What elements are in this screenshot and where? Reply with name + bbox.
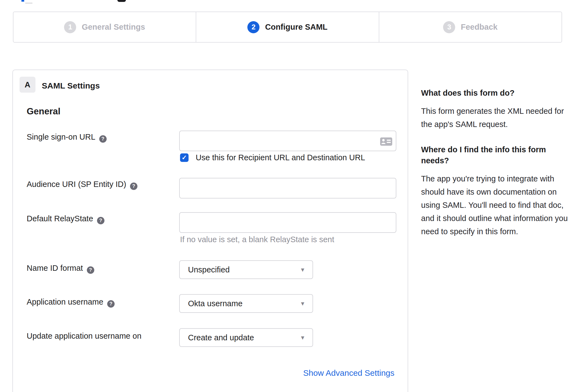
field-label-text: Audience URI (SP Entity ID) — [27, 180, 126, 189]
field-label-text: Default RelayState — [27, 214, 93, 223]
help-icon[interactable]: ? — [97, 217, 104, 224]
step-number-badge: 3 — [443, 21, 455, 33]
chevron-down-icon: ▾ — [301, 300, 304, 307]
default-relaystate-label: Default RelayState? — [27, 214, 104, 224]
group-heading-general: General — [27, 106, 60, 117]
recipient-url-checkbox-label: Use this for Recipient URL and Destinati… — [196, 153, 365, 162]
step-label: Configure SAML — [265, 23, 327, 32]
sidebar-body-what: This form generates the XML needed for t… — [421, 104, 572, 131]
checkmark-icon: ✓ — [182, 154, 187, 161]
application-username-label: Application username? — [27, 297, 115, 308]
contact-card-autofill-icon[interactable] — [380, 137, 392, 146]
audience-uri-input[interactable] — [179, 178, 396, 198]
field-label-text: Name ID format — [27, 264, 83, 272]
section-badge-a: A — [20, 77, 35, 93]
step-general-settings[interactable]: 1 General Settings — [13, 12, 196, 42]
recipient-url-checkbox-row: ✓ Use this for Recipient URL and Destina… — [180, 153, 365, 162]
step-label: General Settings — [82, 23, 145, 32]
section-title: SAML Settings — [42, 81, 100, 90]
sidebar-heading-what: What does this form do? — [421, 87, 572, 98]
help-icon[interactable]: ? — [130, 183, 137, 190]
update-application-username-select[interactable]: Create and update ▾ — [179, 328, 313, 347]
cutoff-tab-underline-fragment — [21, 0, 24, 2]
relaystate-hint: If no value is set, a blank RelayState i… — [180, 235, 334, 244]
field-label-text: Update application username on — [27, 332, 142, 340]
saml-settings-card: A SAML Settings General Single sign-on U… — [12, 70, 408, 392]
help-icon[interactable]: ? — [87, 266, 94, 274]
help-icon[interactable]: ? — [107, 300, 115, 308]
sidebar-body-where: The app you're trying to integrate with … — [421, 172, 572, 238]
select-value: Unspecified — [188, 265, 301, 274]
chevron-down-icon: ▾ — [301, 334, 304, 341]
name-id-format-label: Name ID format? — [27, 264, 94, 274]
default-relaystate-input[interactable] — [179, 212, 396, 233]
application-username-select[interactable]: Okta username ▾ — [179, 294, 313, 313]
step-number-badge: 2 — [247, 21, 259, 33]
step-configure-saml[interactable]: 2 Configure SAML — [196, 12, 378, 42]
single-sign-on-url-input[interactable] — [179, 131, 396, 151]
sidebar-heading-where: Where do I find the info this form needs… — [421, 144, 572, 166]
select-value: Create and update — [188, 333, 301, 342]
update-application-username-label: Update application username on — [27, 332, 142, 341]
wizard-stepper: 1 General Settings 2 Configure SAML 3 Fe… — [13, 12, 562, 43]
help-sidebar: What does this form do? This form genera… — [421, 87, 572, 238]
select-value: Okta username — [188, 299, 301, 308]
chevron-down-icon: ▾ — [301, 266, 304, 274]
single-sign-on-url-label: Single sign-on URL? — [27, 132, 107, 143]
help-icon[interactable]: ? — [99, 135, 107, 143]
step-feedback[interactable]: 3 Feedback — [379, 12, 562, 42]
cutoff-logo-fragment — [117, 0, 126, 2]
name-id-format-select[interactable]: Unspecified ▾ — [179, 260, 313, 279]
step-number-badge: 1 — [64, 21, 76, 33]
cutoff-header-fragment — [25, 2, 32, 4]
show-advanced-settings-link[interactable]: Show Advanced Settings — [303, 368, 394, 378]
step-label: Feedback — [461, 23, 497, 32]
audience-uri-label: Audience URI (SP Entity ID)? — [27, 180, 137, 190]
recipient-url-checkbox[interactable]: ✓ — [180, 153, 189, 162]
field-label-text: Single sign-on URL — [27, 132, 95, 141]
field-label-text: Application username — [27, 297, 103, 306]
